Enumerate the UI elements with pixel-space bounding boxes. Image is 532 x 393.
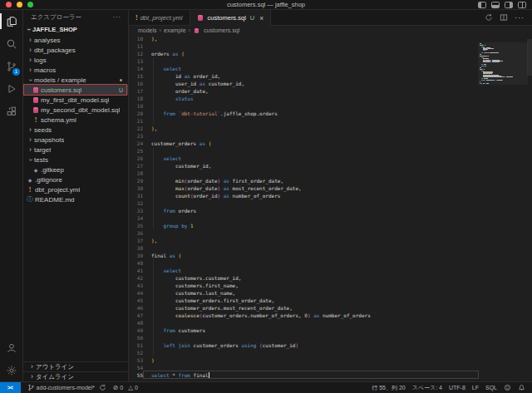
explorer-icon[interactable] <box>0 10 22 32</box>
line-number[interactable]: 52 <box>129 349 143 356</box>
code-line-21[interactable]: 21 <box>129 117 479 125</box>
code-line-43[interactable]: 43 customers.first_name, <box>129 282 479 289</box>
line-number[interactable]: 41 <box>129 267 143 274</box>
refresh-icon[interactable] <box>485 13 493 22</box>
toggle-sidebar-icon[interactable] <box>478 2 486 8</box>
indentation-setting[interactable]: スペース: 4 <box>412 384 442 392</box>
code-line-34[interactable]: 34 <box>129 214 479 222</box>
line-number[interactable]: 15 <box>129 72 143 80</box>
line-number[interactable]: 53 <box>129 356 143 364</box>
code-line-10[interactable]: 10), <box>129 35 479 42</box>
line-number[interactable]: 42 <box>129 274 143 282</box>
line-number[interactable]: 17 <box>129 87 143 95</box>
code-line-55[interactable]: 55select * from final <box>129 371 479 379</box>
code-line-16[interactable]: 16 user_id as customer_id, <box>129 80 479 87</box>
tree-item-target[interactable]: ›target <box>23 145 128 155</box>
code-line-25[interactable]: 25 <box>129 147 479 155</box>
code-line-45[interactable]: 45 customer_orders.first_order_date, <box>129 297 479 304</box>
line-number[interactable]: 22 <box>129 125 143 132</box>
code-line-39[interactable]: 39final as ( <box>129 252 479 259</box>
tree-item--gitignore[interactable]: ◆.gitignore <box>23 174 128 184</box>
tree-item-seeds[interactable]: ›seeds <box>23 125 128 135</box>
run-debug-icon[interactable] <box>0 77 22 100</box>
code-line-26[interactable]: 26 select <box>129 155 479 162</box>
more-actions-icon[interactable]: ··· <box>515 13 525 22</box>
code-line-44[interactable]: 44 customers.last_name, <box>129 289 479 297</box>
line-number[interactable]: 47 <box>129 312 143 319</box>
line-number[interactable]: 19 <box>129 102 143 110</box>
code-line-41[interactable]: 41 select <box>129 267 479 274</box>
toggle-secondary-sidebar-icon[interactable] <box>505 2 513 8</box>
tree-item--gitkeep[interactable]: ◆.gitkeep <box>23 165 128 174</box>
code-line-14[interactable]: 14 select <box>129 65 479 72</box>
tree-item-analyses[interactable]: ›analyses <box>23 35 128 45</box>
line-number[interactable]: 11 <box>129 42 143 50</box>
line-number[interactable]: 35 <box>129 222 143 229</box>
source-control-icon[interactable]: 1 <box>0 55 22 77</box>
line-number[interactable]: 46 <box>129 304 143 312</box>
line-number[interactable]: 40 <box>129 259 143 267</box>
code-line-18[interactable]: 18 status <box>129 95 479 102</box>
customize-layout-icon[interactable] <box>518 2 526 8</box>
code-line-24[interactable]: 24customer_orders as ( <box>129 140 479 147</box>
tree-item-my-second-dbt-model-sql[interactable]: my_second_dbt_model.sql <box>23 105 128 115</box>
code-line-32[interactable]: 32 <box>129 199 479 207</box>
tree-item-dbt-project-yml[interactable]: !dbt_project.yml <box>23 184 128 194</box>
tree-item-readme-md[interactable]: ⓘREADME.md <box>23 194 128 204</box>
code-line-23[interactable]: 23 <box>129 132 479 140</box>
line-number[interactable]: 14 <box>129 65 143 72</box>
line-number[interactable]: 37 <box>129 237 143 244</box>
tree-item-models-example[interactable]: ›models / example <box>23 75 128 85</box>
line-number[interactable]: 18 <box>129 95 143 102</box>
tab-dbt-project-yml[interactable]: ! dbt_project.yml <box>129 10 190 25</box>
tree-item-macros[interactable]: ›macros <box>23 65 128 75</box>
cursor-position[interactable]: 行 55、列 20 <box>372 384 405 392</box>
line-number[interactable]: 23 <box>129 132 143 140</box>
line-number[interactable]: 54 <box>129 364 143 371</box>
line-number[interactable]: 10 <box>129 35 143 42</box>
tab-customers-sql[interactable]: customers.sql U × <box>190 10 272 26</box>
tree-item-customers-sql[interactable]: customers.sqlU <box>23 85 128 95</box>
search-icon[interactable] <box>0 32 22 55</box>
code-line-30[interactable]: 30 max(order_date) as most_recent_order_… <box>129 184 479 192</box>
line-number[interactable]: 24 <box>129 140 143 147</box>
breadcrumb-file[interactable]: customers.sql <box>204 27 239 33</box>
line-number[interactable]: 32 <box>129 199 143 207</box>
line-number[interactable]: 26 <box>129 155 143 162</box>
problems-item[interactable]: ⊘ 0 △ 0 <box>113 385 138 391</box>
line-number[interactable]: 28 <box>129 169 143 177</box>
line-number[interactable]: 50 <box>129 334 143 341</box>
tree-item-my-first-dbt-model-sql[interactable]: my_first_dbt_model.sql <box>23 95 128 105</box>
notifications-bell-icon[interactable] <box>518 384 525 391</box>
line-number[interactable]: 45 <box>129 297 143 304</box>
tree-item-tests[interactable]: ›tests <box>23 155 128 165</box>
line-number[interactable]: 13 <box>129 57 143 65</box>
line-number[interactable]: 16 <box>129 80 143 87</box>
code-line-11[interactable]: 11 <box>129 42 479 50</box>
code-line-38[interactable]: 38 <box>129 244 479 252</box>
code-line-46[interactable]: 46 customer_orders.most_recent_order_dat… <box>129 304 479 312</box>
line-number[interactable]: 36 <box>129 229 143 237</box>
toggle-panel-icon[interactable] <box>491 2 500 8</box>
line-number[interactable]: 38 <box>129 244 143 252</box>
feedback-smiley-icon[interactable] <box>504 384 511 391</box>
minimize-window-icon[interactable] <box>17 2 22 7</box>
eol-setting[interactable]: LF <box>472 385 479 391</box>
workspace-root-folder[interactable]: › JAFFLE_SHOP <box>23 24 128 35</box>
line-number[interactable]: 25 <box>129 147 143 155</box>
code-line-42[interactable]: 42 customers.customer_id, <box>129 274 479 282</box>
remote-indicator[interactable]: >< <box>0 382 21 393</box>
line-number[interactable]: 21 <box>129 117 143 125</box>
close-tab-icon[interactable]: × <box>259 15 264 22</box>
line-number[interactable]: 30 <box>129 184 143 192</box>
outline-section-header[interactable]: › アウトライン <box>23 361 128 371</box>
code-line-54[interactable]: 54 <box>129 364 479 371</box>
line-number[interactable]: 33 <box>129 207 143 214</box>
line-number[interactable]: 49 <box>129 327 143 334</box>
scrollbar[interactable] <box>527 39 532 76</box>
line-number[interactable]: 39 <box>129 252 143 259</box>
code-line-27[interactable]: 27 customer_id, <box>129 162 479 169</box>
code-line-35[interactable]: 35 group by 1 <box>129 222 479 229</box>
code-line-15[interactable]: 15 id as order_id, <box>129 72 479 80</box>
breadcrumb-segment[interactable]: models <box>138 27 157 33</box>
